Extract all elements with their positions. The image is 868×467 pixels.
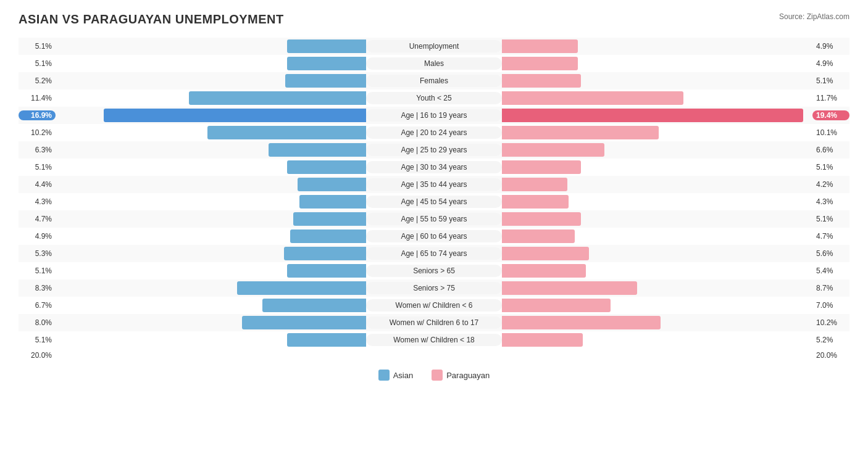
right-value-2: 5.1% <box>812 76 849 85</box>
right-bar-area-15 <box>502 299 812 312</box>
right-bar-area-11 <box>502 229 812 243</box>
right-value-4: 19.4% <box>812 110 849 120</box>
right-bar-12 <box>502 247 589 260</box>
legend-asian: Asian <box>378 370 414 381</box>
left-bar-16 <box>242 316 366 329</box>
right-value-12: 5.6% <box>812 249 849 258</box>
chart-source: Source: ZipAtlas.com <box>779 12 849 21</box>
chart-title: ASIAN VS PARAGUAYAN UNEMPLOYMENT <box>19 12 284 27</box>
left-bar-area-8 <box>56 178 366 191</box>
axis-left-label: 20.0% <box>19 351 56 360</box>
chart-header: ASIAN VS PARAGUAYAN UNEMPLOYMENT Source:… <box>19 12 849 27</box>
center-label-7: Age | 30 to 34 years <box>366 161 502 173</box>
legend-paraguayan: Paraguayan <box>432 370 490 381</box>
center-label-14: Seniors > 75 <box>366 282 502 294</box>
left-bar-area-5 <box>56 126 366 139</box>
left-bar-1 <box>287 57 366 70</box>
left-bar-4 <box>104 109 366 122</box>
left-bar-14 <box>237 281 366 295</box>
left-value-9: 4.3% <box>19 197 56 206</box>
right-bar-area-9 <box>502 195 812 209</box>
left-value-7: 5.1% <box>19 163 56 172</box>
legend-paraguayan-color <box>432 370 443 381</box>
right-bar-area-6 <box>502 143 812 157</box>
right-bar-1 <box>502 57 578 70</box>
bar-row-0: 5.1%Unemployment4.9% <box>19 38 849 55</box>
bar-row-16: 8.0%Women w/ Children 6 to 1710.2% <box>19 314 849 331</box>
left-bar-area-4 <box>56 109 366 122</box>
bar-row-7: 5.1%Age | 30 to 34 years5.1% <box>19 159 849 176</box>
legend-asian-label: Asian <box>393 371 414 380</box>
left-bar-area-14 <box>56 281 366 295</box>
left-bar-area-3 <box>56 91 366 105</box>
chart-container: ASIAN VS PARAGUAYAN UNEMPLOYMENT Source:… <box>0 0 868 405</box>
center-label-0: Unemployment <box>366 40 502 52</box>
left-bar-7 <box>287 160 366 174</box>
left-value-16: 8.0% <box>19 318 56 327</box>
center-label-3: Youth < 25 <box>366 92 502 104</box>
bar-row-2: 5.2%Females5.1% <box>19 72 849 89</box>
left-bar-area-0 <box>56 39 366 53</box>
left-bar-0 <box>287 39 366 53</box>
left-bar-8 <box>298 178 366 191</box>
left-value-15: 6.7% <box>19 301 56 310</box>
bar-row-14: 8.3%Seniors > 758.7% <box>19 279 849 297</box>
right-bar-14 <box>502 281 637 295</box>
right-value-11: 4.7% <box>812 232 849 241</box>
left-bar-5 <box>207 126 366 139</box>
right-value-6: 6.6% <box>812 146 849 154</box>
center-label-12: Age | 65 to 74 years <box>366 247 502 260</box>
left-value-6: 6.3% <box>19 146 56 154</box>
right-value-0: 4.9% <box>812 42 849 51</box>
left-bar-area-11 <box>56 229 366 243</box>
left-bar-11 <box>290 229 366 243</box>
left-bar-12 <box>284 247 366 260</box>
bar-row-13: 5.1%Seniors > 655.4% <box>19 262 849 279</box>
right-bar-area-5 <box>502 126 812 139</box>
bar-row-4: 16.9%Age | 16 to 19 years19.4% <box>19 107 849 124</box>
right-bar-area-14 <box>502 281 812 295</box>
left-bar-2 <box>285 74 366 88</box>
left-bar-area-6 <box>56 143 366 157</box>
right-bar-5 <box>502 126 659 139</box>
bar-row-10: 4.7%Age | 55 to 59 years5.1% <box>19 210 849 228</box>
left-value-1: 5.1% <box>19 59 56 68</box>
center-label-6: Age | 25 to 29 years <box>366 144 502 156</box>
left-value-17: 5.1% <box>19 336 56 344</box>
left-value-11: 4.9% <box>19 232 56 241</box>
right-bar-area-12 <box>502 247 812 260</box>
legend-paraguayan-label: Paraguayan <box>446 371 490 380</box>
bar-row-8: 4.4%Age | 35 to 44 years4.2% <box>19 176 849 193</box>
bar-row-3: 11.4%Youth < 2511.7% <box>19 89 849 107</box>
left-value-14: 8.3% <box>19 284 56 292</box>
bar-row-11: 4.9%Age | 60 to 64 years4.7% <box>19 228 849 245</box>
left-bar-area-16 <box>56 316 366 329</box>
center-label-15: Women w/ Children < 6 <box>366 299 502 312</box>
right-bar-area-1 <box>502 57 812 70</box>
bar-row-12: 5.3%Age | 65 to 74 years5.6% <box>19 245 849 262</box>
bar-row-15: 6.7%Women w/ Children < 67.0% <box>19 297 849 314</box>
right-value-13: 5.4% <box>812 267 849 275</box>
right-value-1: 4.9% <box>812 59 849 68</box>
legend: Asian Paraguayan <box>19 370 849 381</box>
left-value-4: 16.9% <box>19 110 56 120</box>
right-bar-area-10 <box>502 212 812 226</box>
axis-row: 20.0% 20.0% <box>19 349 849 362</box>
left-value-5: 10.2% <box>19 128 56 137</box>
center-label-1: Males <box>366 57 502 70</box>
right-bar-3 <box>502 91 683 105</box>
left-bar-area-9 <box>56 195 366 209</box>
right-bar-0 <box>502 39 578 53</box>
right-bar-4 <box>502 109 803 122</box>
right-bar-area-3 <box>502 91 812 105</box>
center-label-16: Women w/ Children 6 to 17 <box>366 316 502 329</box>
axis-right-label: 20.0% <box>812 351 849 360</box>
bar-row-9: 4.3%Age | 45 to 54 years4.3% <box>19 193 849 210</box>
bar-row-17: 5.1%Women w/ Children < 185.2% <box>19 331 849 349</box>
center-label-17: Women w/ Children < 18 <box>366 334 502 346</box>
bar-row-1: 5.1%Males4.9% <box>19 55 849 72</box>
right-bar-area-17 <box>502 333 812 347</box>
left-bar-9 <box>299 195 366 209</box>
right-value-3: 11.7% <box>812 94 849 102</box>
right-value-9: 4.3% <box>812 197 849 206</box>
